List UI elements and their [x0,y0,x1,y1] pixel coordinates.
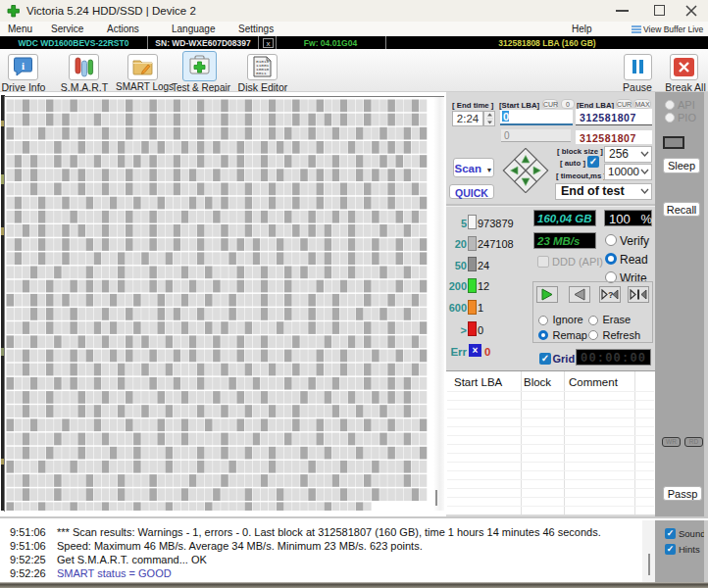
svg-text:i: i [22,60,25,72]
svg-text:0011: 0011 [256,71,267,75]
svg-text:?: ? [608,290,614,300]
